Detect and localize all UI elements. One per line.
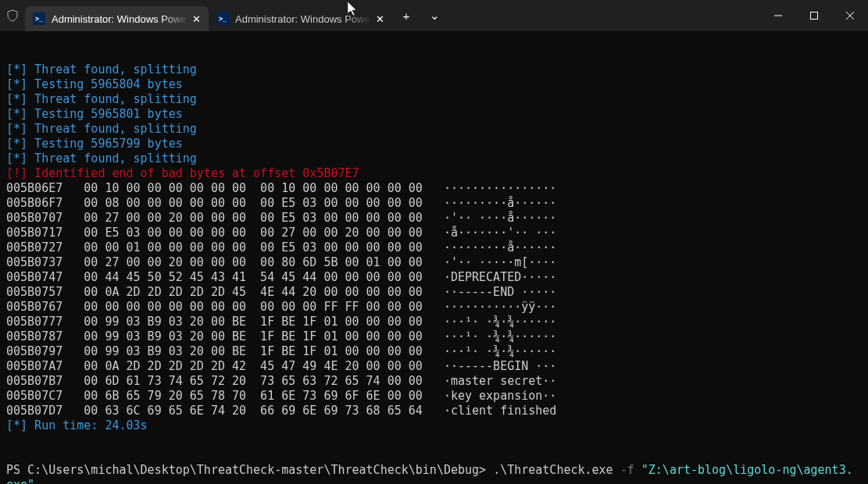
command-arg: "Z:\art-blog\ligolo-ng\agent3. [641,463,853,477]
output-line: 005B07A7 00 0A 2D 2D 2D 2D 2D 42 45 47 4… [6,359,862,374]
tab-title: Administrator: Windows Powe [235,13,372,25]
output-line: 005B07D7 00 63 6C 69 65 6E 74 20 66 69 6… [6,404,862,418]
minimize-button[interactable] [760,0,796,31]
output-line: 005B06E7 00 10 00 00 00 00 00 00 00 10 0… [6,181,862,196]
output-line: 005B07B7 00 6D 61 73 74 65 72 20 73 65 6… [6,374,862,389]
output-line: [*] Threat found, splitting [6,151,862,166]
output-line: 005B0777 00 99 03 B9 03 20 00 BE 1F BE 1… [6,315,862,329]
output-line: [*] Testing 5965804 bytes [6,77,862,92]
output-line: 005B0747 00 44 45 50 52 45 43 41 54 45 4… [6,270,862,285]
close-icon[interactable]: ✕ [372,11,388,27]
tab-title: Administrator: Windows Powe [52,13,188,25]
close-window-button[interactable] [832,0,868,31]
output-line: 005B0717 00 E5 03 00 00 00 00 00 00 27 0… [6,226,862,240]
svg-rect-1 [811,12,818,20]
command-flag: -f [620,463,634,477]
powershell-icon: >_ [216,12,229,25]
output-line: 005B06F7 00 08 00 00 00 00 00 00 00 E5 0… [6,196,862,211]
prompt-line: PS C:\Users\michal\Desktop\ThreatCheck-m… [6,463,862,478]
output-line: 005B0707 00 27 00 00 20 00 00 00 00 E5 0… [6,211,862,226]
close-icon[interactable]: ✕ [188,11,204,27]
output-line: 005B0727 00 00 01 00 00 00 00 00 00 E5 0… [6,240,862,255]
window-titlebar: >_ Administrator: Windows Powe ✕ >_ Admi… [0,0,868,31]
window-controls [760,0,868,31]
output-line: [*] Threat found, splitting [6,62,862,77]
terminal-output[interactable]: [*] Threat found, splitting[*] Testing 5… [0,31,868,484]
tab-powershell-1[interactable]: >_ Administrator: Windows Powe ✕ [25,6,209,31]
output-line: [*] Testing 5965801 bytes [6,107,862,122]
prompt-path: PS C:\Users\michal\Desktop\ThreatCheck-m… [6,463,486,477]
output-line: [*] Run time: 24.03s [6,418,862,433]
tab-dropdown-button[interactable]: ⌄ [420,0,448,31]
output-line: [*] Testing 5965799 bytes [6,137,862,151]
output-line: [*] Threat found, splitting [6,92,862,107]
output-line: 005B07C7 00 6B 65 79 20 65 78 70 61 6E 7… [6,389,862,404]
new-tab-button[interactable]: + [392,0,420,31]
output-line: 005B0737 00 27 00 00 20 00 00 00 00 80 6… [6,255,862,270]
tab-powershell-2[interactable]: >_ Administrator: Windows Powe ✕ [209,6,392,31]
output-line: exe" [6,478,862,484]
output-line: 005B0797 00 99 03 B9 03 20 00 BE 1F BE 1… [6,344,862,359]
output-line: 005B0767 00 00 00 00 00 00 00 00 00 00 0… [6,300,862,315]
command-text: .\ThreatCheck.exe [493,463,613,477]
output-line: 005B0787 00 99 03 B9 03 20 00 BE 1F BE 1… [6,329,862,344]
output-line: [!] Identified end of bad bytes at offse… [6,166,862,181]
maximize-button[interactable] [796,0,832,31]
shield-icon [0,0,25,31]
powershell-icon: >_ [33,12,45,25]
output-line: [*] Threat found, splitting [6,122,862,137]
output-line: 005B0757 00 0A 2D 2D 2D 2D 2D 45 4E 44 2… [6,285,862,300]
